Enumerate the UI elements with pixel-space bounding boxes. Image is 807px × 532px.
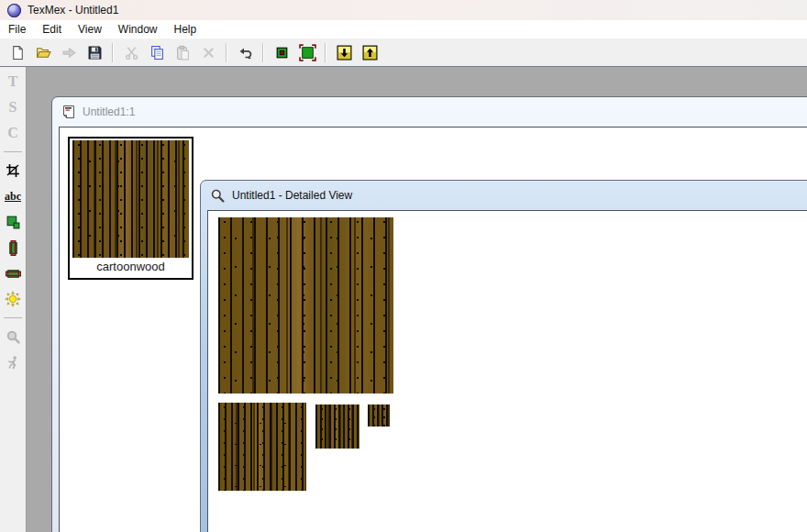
copy-button[interactable] — [144, 41, 170, 64]
green-square-brackets-icon — [299, 44, 316, 61]
texmex-sphere-icon — [7, 4, 21, 17]
runner-icon — [6, 355, 21, 371]
new-document-icon — [10, 45, 26, 61]
text-tool-button[interactable]: T — [2, 73, 24, 90]
texmex-app-window: TexMex - Untitled1 File Edit View Window… — [0, 0, 807, 532]
menu-bar: File Edit View Window Help — [0, 20, 807, 39]
yellow-up-arrow-icon — [362, 45, 378, 61]
green-square-small-icon — [274, 45, 290, 61]
tool-palette: T S C abc — [0, 67, 27, 532]
tool-separator — [4, 317, 22, 318]
magnifier-icon — [210, 188, 226, 204]
mip-level-0-texture — [218, 217, 393, 393]
yellow-down-arrow-icon — [337, 45, 352, 61]
mip-down-button[interactable] — [331, 41, 357, 64]
window-titlebar[interactable]: TexMex - Untitled1 — [0, 0, 807, 20]
scale-tool-button[interactable] — [2, 214, 24, 230]
new-button[interactable] — [5, 41, 30, 64]
save-button[interactable] — [82, 41, 107, 64]
magnifier-disabled-icon — [6, 329, 21, 345]
stretch-vertical-tool-button[interactable] — [2, 239, 24, 256]
stretch-horizontal-tool-button[interactable] — [2, 265, 24, 282]
crop-icon — [6, 163, 20, 178]
mdi-area: Untitled1:1 cartoonwood — [27, 67, 807, 532]
crop-tool-button[interactable] — [2, 162, 24, 179]
menu-view[interactable]: View — [70, 21, 110, 38]
rotate-tool-button[interactable]: C — [2, 125, 24, 141]
detail-window-title: Untitled1 - Detailed View — [232, 189, 352, 202]
thumbnail-window-title: Untitled1:1 — [83, 105, 135, 118]
menu-help[interactable]: Help — [166, 21, 205, 38]
skew-tool-button[interactable]: S — [2, 99, 24, 116]
detail-window-titlebar[interactable]: Untitled1 - Detailed View — [201, 181, 807, 210]
undo-arrow-icon — [238, 45, 253, 61]
abc-tool-button[interactable]: abc — [2, 188, 24, 205]
menu-file[interactable]: File — [0, 21, 34, 38]
stretch-vertical-icon — [6, 240, 21, 256]
toolbar-separator — [262, 43, 264, 62]
mip-level-3-texture — [368, 405, 390, 427]
rotate-tool-letter: C — [7, 126, 18, 140]
open-button[interactable] — [30, 41, 56, 64]
stretch-horizontal-icon — [6, 266, 21, 282]
toolbar-separator — [226, 43, 227, 62]
skew-tool-letter: S — [9, 100, 17, 115]
floppy-disk-icon — [87, 45, 103, 61]
menu-window[interactable]: Window — [110, 21, 166, 38]
grow-texture-button[interactable] — [294, 41, 320, 64]
zoom-tool-button[interactable] — [2, 328, 24, 345]
mip-level-2-texture — [315, 405, 359, 449]
clipboard-icon — [175, 45, 191, 61]
workspace: T S C abc — [0, 67, 807, 532]
abc-tool-label: abc — [5, 191, 21, 202]
overlapping-squares-icon — [6, 215, 21, 230]
sun-icon — [5, 291, 21, 307]
texture-name-label: cartoonwood — [70, 258, 192, 276]
export-button[interactable] — [56, 41, 82, 64]
thumbnail-window-titlebar[interactable]: Untitled1:1 — [52, 97, 807, 127]
menu-edit[interactable]: Edit — [34, 21, 70, 38]
forward-arrow-icon — [61, 45, 77, 61]
cartoonwood-thumbnail-texture — [72, 140, 189, 258]
copy-pages-icon — [149, 45, 165, 61]
main-toolbar — [0, 39, 807, 67]
mip-level-1-texture — [218, 403, 306, 491]
texture-document-icon — [61, 105, 76, 119]
tool-separator — [4, 151, 22, 152]
detail-window-client — [207, 210, 807, 532]
open-folder-icon — [36, 45, 51, 61]
toolbar-separator — [112, 43, 114, 62]
undo-button[interactable] — [232, 41, 258, 64]
window-title: TexMex - Untitled1 — [28, 4, 118, 17]
brightness-tool-button[interactable] — [2, 291, 24, 307]
texture-thumbnail-card[interactable]: cartoonwood — [68, 137, 193, 280]
paste-button[interactable] — [170, 41, 195, 64]
mip-up-button[interactable] — [357, 41, 382, 64]
run-tool-button[interactable] — [2, 354, 24, 371]
toolbar-separator — [325, 43, 326, 62]
shrink-texture-button[interactable] — [269, 41, 294, 64]
scissors-icon — [124, 45, 139, 61]
detail-window: Untitled1 - Detailed View — [200, 180, 807, 532]
cut-button[interactable] — [118, 41, 144, 64]
x-icon — [201, 45, 216, 61]
text-tool-letter: T — [8, 74, 18, 89]
delete-button[interactable] — [195, 41, 221, 64]
